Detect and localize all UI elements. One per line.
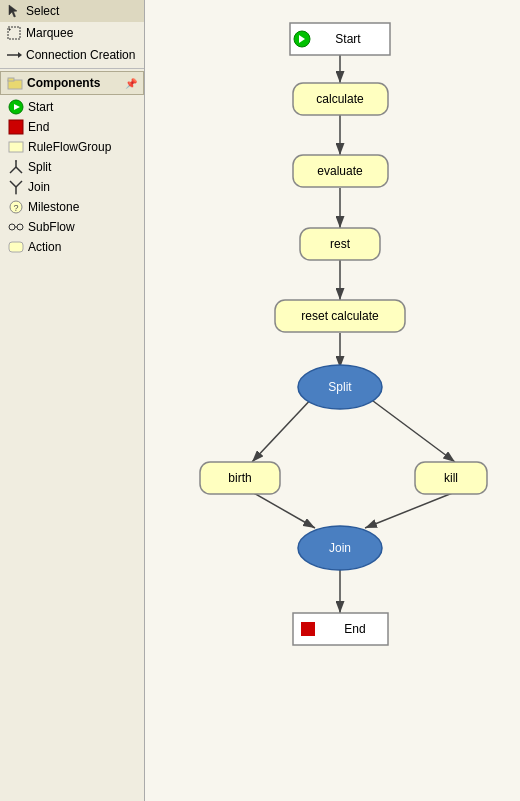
end-square-icon bbox=[301, 622, 315, 636]
svg-rect-10 bbox=[9, 142, 23, 152]
component-end-label: End bbox=[28, 120, 49, 134]
kill-label: kill bbox=[444, 471, 458, 485]
calculate-label: calculate bbox=[316, 92, 364, 106]
component-milestone[interactable]: ? Milestone bbox=[0, 197, 144, 217]
pin-icon: 📌 bbox=[125, 78, 137, 89]
component-start[interactable]: Start bbox=[0, 97, 144, 117]
component-action[interactable]: Action bbox=[0, 237, 144, 257]
svg-marker-4 bbox=[18, 52, 22, 58]
components-label: Components bbox=[27, 76, 100, 90]
evaluate-label: evaluate bbox=[317, 164, 363, 178]
diagram: Start calculate evaluate rest reset calc… bbox=[145, 0, 520, 801]
component-list: Start End RuleFlowGroup bbox=[0, 95, 144, 259]
split-icon bbox=[8, 159, 24, 175]
end-icon bbox=[8, 119, 24, 135]
connection-icon bbox=[6, 47, 22, 63]
join-label: Join bbox=[329, 541, 351, 555]
component-action-label: Action bbox=[28, 240, 61, 254]
component-subflow-label: SubFlow bbox=[28, 220, 75, 234]
svg-line-15 bbox=[10, 181, 16, 187]
svg-rect-9 bbox=[9, 120, 23, 134]
marquee-icon bbox=[6, 25, 22, 41]
conn-split-birth bbox=[252, 395, 315, 462]
sidebar: Select Marquee Connection Creation bbox=[0, 0, 145, 801]
svg-text:?: ? bbox=[13, 203, 18, 213]
node-calculate[interactable]: calculate bbox=[293, 83, 388, 115]
component-ruleflow-label: RuleFlowGroup bbox=[28, 140, 111, 154]
reset-label: reset calculate bbox=[301, 309, 379, 323]
node-birth[interactable]: birth bbox=[200, 462, 280, 494]
rest-label: rest bbox=[330, 237, 351, 251]
node-rest[interactable]: rest bbox=[300, 228, 380, 260]
marquee-label: Marquee bbox=[26, 26, 73, 40]
select-label: Select bbox=[26, 4, 59, 18]
node-join[interactable]: Join bbox=[298, 526, 382, 570]
birth-label: birth bbox=[228, 471, 251, 485]
svg-marker-18 bbox=[15, 193, 17, 195]
component-join-label: Join bbox=[28, 180, 50, 194]
folder-icon bbox=[7, 75, 23, 91]
svg-point-21 bbox=[9, 224, 15, 230]
component-subflow[interactable]: SubFlow bbox=[0, 217, 144, 237]
node-split[interactable]: Split bbox=[298, 365, 382, 409]
end-node-label: End bbox=[344, 622, 365, 636]
svg-line-13 bbox=[16, 167, 22, 173]
component-ruleflowgroup[interactable]: RuleFlowGroup bbox=[0, 137, 144, 157]
svg-rect-24 bbox=[9, 242, 23, 252]
svg-rect-6 bbox=[8, 78, 14, 81]
connection-label: Connection Creation bbox=[26, 48, 135, 62]
component-start-label: Start bbox=[28, 100, 53, 114]
ruleflow-icon bbox=[8, 139, 24, 155]
marquee-tool[interactable]: Marquee bbox=[0, 22, 144, 44]
subflow-icon bbox=[8, 219, 24, 235]
node-start[interactable]: Start bbox=[290, 23, 390, 55]
action-icon bbox=[8, 239, 24, 255]
split-label: Split bbox=[328, 380, 352, 394]
component-split[interactable]: Split bbox=[0, 157, 144, 177]
conn-split-kill bbox=[365, 395, 455, 462]
start-node-label: Start bbox=[335, 32, 361, 46]
component-milestone-label: Milestone bbox=[28, 200, 79, 214]
join-icon bbox=[8, 179, 24, 195]
node-kill[interactable]: kill bbox=[415, 462, 487, 494]
svg-marker-2 bbox=[9, 28, 11, 31]
start-icon bbox=[8, 99, 24, 115]
connection-tool[interactable]: Connection Creation bbox=[0, 44, 144, 66]
component-end[interactable]: End bbox=[0, 117, 144, 137]
milestone-icon: ? bbox=[8, 199, 24, 215]
canvas[interactable]: Start calculate evaluate rest reset calc… bbox=[145, 0, 520, 801]
node-reset-calculate[interactable]: reset calculate bbox=[275, 300, 405, 332]
conn-kill-join bbox=[365, 492, 455, 528]
svg-line-12 bbox=[10, 167, 16, 173]
conn-birth-join bbox=[252, 492, 315, 528]
component-split-label: Split bbox=[28, 160, 51, 174]
cursor-icon bbox=[6, 3, 22, 19]
svg-marker-0 bbox=[9, 5, 17, 17]
node-evaluate[interactable]: evaluate bbox=[293, 155, 388, 187]
select-tool[interactable]: Select bbox=[0, 0, 144, 22]
components-header[interactable]: Components 📌 bbox=[0, 71, 144, 95]
svg-line-16 bbox=[16, 181, 22, 187]
svg-point-22 bbox=[17, 224, 23, 230]
node-end[interactable]: End bbox=[293, 613, 388, 645]
component-join[interactable]: Join bbox=[0, 177, 144, 197]
